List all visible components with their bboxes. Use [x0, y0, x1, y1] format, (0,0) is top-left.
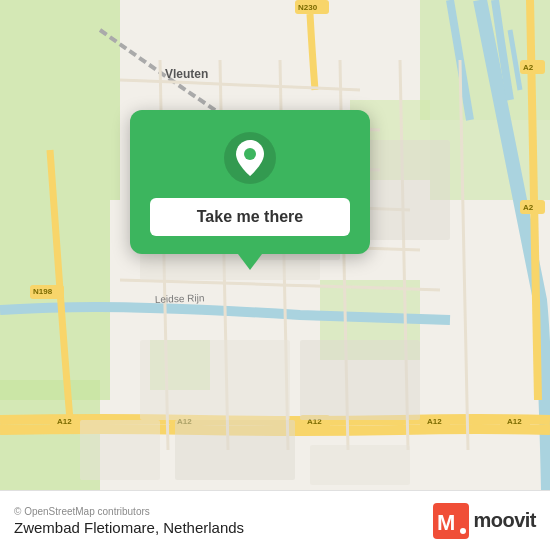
location-popup: Take me there [130, 110, 370, 254]
svg-point-38 [244, 148, 256, 160]
svg-text:N230: N230 [298, 3, 318, 12]
take-me-there-button[interactable]: Take me there [150, 198, 350, 236]
location-pin-icon [224, 132, 276, 184]
svg-text:A2: A2 [523, 63, 534, 72]
svg-text:A2: A2 [523, 203, 534, 212]
copyright-text: © OpenStreetMap contributors [14, 506, 244, 517]
svg-rect-33 [300, 340, 420, 420]
svg-text:N198: N198 [33, 287, 53, 296]
svg-text:A12: A12 [507, 417, 522, 426]
svg-rect-34 [80, 420, 160, 480]
moovit-icon: M [433, 503, 469, 539]
svg-rect-35 [175, 420, 295, 480]
map-container: Leidse Rijn Vleuten A12 A12 A12 A12 A12 … [0, 0, 550, 490]
moovit-brand-text: moovit [473, 509, 536, 532]
moovit-logo: M moovit [433, 503, 536, 539]
svg-point-41 [460, 528, 466, 534]
svg-text:Leidse Rijn: Leidse Rijn [155, 292, 205, 305]
footer-info: © OpenStreetMap contributors Zwembad Fle… [14, 506, 244, 536]
location-name: Zwembad Fletiomare, Netherlands [14, 519, 244, 536]
svg-rect-36 [310, 445, 410, 485]
svg-text:A12: A12 [427, 417, 442, 426]
footer-bar: © OpenStreetMap contributors Zwembad Fle… [0, 490, 550, 550]
svg-text:M: M [437, 510, 455, 535]
svg-rect-32 [140, 340, 290, 420]
svg-text:Vleuten: Vleuten [165, 67, 208, 81]
svg-text:A12: A12 [57, 417, 72, 426]
